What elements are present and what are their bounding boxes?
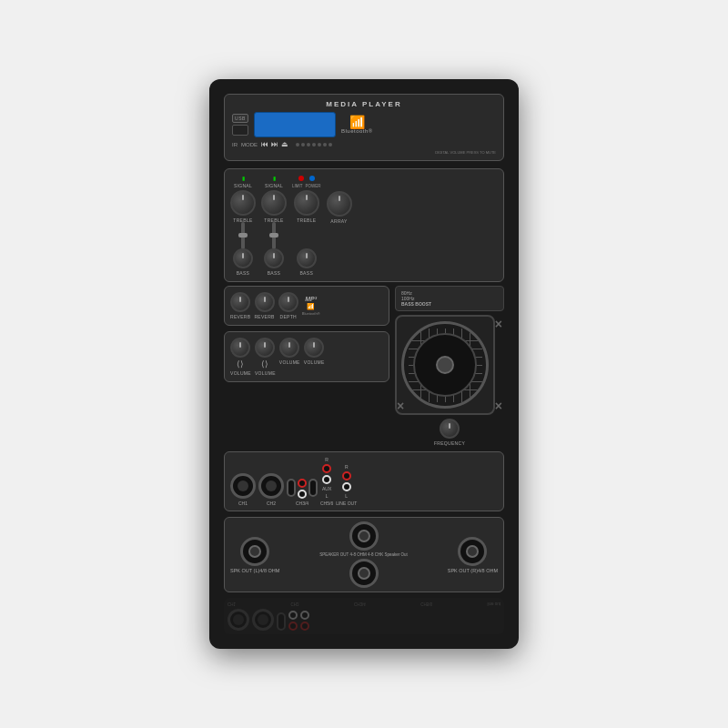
ch34-trs-1[interactable] — [287, 479, 296, 497]
prev-btn[interactable]: ⏮ — [261, 140, 268, 148]
frequency-knob[interactable] — [440, 419, 460, 439]
fan-container — [395, 315, 495, 415]
signal-label-1: SIGNAL — [234, 183, 252, 188]
spk-center-port-1[interactable] — [349, 521, 379, 551]
ch56-port-col: R AUX L CH5/6 — [320, 457, 333, 506]
corner-x-tr: × — [495, 317, 502, 331]
mirror-line: line out — [487, 602, 500, 606]
ch2-port-col: CH2 — [258, 473, 284, 506]
bluetooth-text: Bluetooth® — [341, 128, 373, 134]
l-label-2: L — [345, 493, 348, 499]
fan-assembly: × × — [395, 315, 504, 415]
signal-label-2: SIGNAL — [265, 183, 283, 188]
indicator-dot — [318, 143, 321, 147]
bass-boost-label: BASS BOOST — [401, 301, 498, 307]
array-knob[interactable] — [327, 191, 352, 217]
main-section: REVERB REVERB DEPTH MP³ 📶 Bluetooth® — [224, 286, 504, 446]
vol-col-2: ⟨⟩ VOLUME — [255, 338, 276, 376]
treble-knob-1[interactable] — [230, 190, 256, 216]
depth-knob[interactable] — [278, 292, 298, 312]
digital-volume-label: DIGITAL VOLUME PRESS TO MUTE — [435, 150, 496, 155]
ch2-slider[interactable] — [272, 222, 276, 249]
eject-btn[interactable]: ⏏ — [281, 140, 288, 148]
limit-label: LIMIT — [292, 184, 303, 188]
reverb-knob-2[interactable] — [255, 292, 275, 312]
volume-label-2: VOLUME — [255, 370, 276, 376]
ch1-xlr[interactable] — [230, 473, 256, 499]
volume-knob-3[interactable] — [279, 338, 299, 358]
frequency-col: FREQUENCY — [395, 419, 504, 446]
vol-col-1: ⟨⟩ VOLUME — [230, 338, 251, 376]
spk-left-label: SPK OUT (L)4/8 OHM — [230, 568, 279, 573]
ch34-port-col: CH3/4 — [287, 479, 318, 506]
volume-section: ⟨⟩ VOLUME ⟨⟩ VOLUME VOLUME VOLUME — [224, 331, 389, 382]
bass-knob-3[interactable] — [297, 248, 317, 268]
power-label: POWER — [306, 184, 321, 188]
reverb-label-1: REVERB — [230, 314, 250, 319]
ch2-eq: ▮ SIGNAL TREBLE BASS — [261, 175, 287, 276]
spk-out-section: SPK OUT (L)4/8 OHM SPEAKER OUT 4-8 OHM 4… — [224, 517, 504, 592]
ch1-slider[interactable] — [241, 222, 245, 249]
spk-right-col: SPK OUT (R)4/8 OHM — [448, 537, 498, 573]
aux-label: AUX — [322, 486, 331, 491]
power-led — [309, 176, 315, 181]
line-out-rca-l[interactable] — [342, 482, 351, 491]
fan-inner — [413, 333, 477, 397]
media-player-title: MEDIA PLAYER — [232, 100, 496, 108]
treble-knob-3[interactable] — [294, 190, 319, 216]
bass-knob-1[interactable] — [233, 248, 253, 268]
ch1-eq: ▮ SIGNAL TREBLE BASS — [230, 175, 256, 276]
mirror-ch56: CH5\6 — [420, 602, 432, 606]
fan-grill — [401, 321, 489, 409]
right-fan-section: 80Hz 100Hz BASS BOOST × × — [395, 286, 504, 446]
ch34-rca-r[interactable] — [298, 479, 307, 488]
volume-knob-2[interactable] — [255, 338, 275, 358]
mode-label: MODE — [241, 142, 258, 147]
spk-left-port[interactable] — [240, 537, 269, 566]
reverb-knob-1[interactable] — [230, 292, 250, 312]
reverb-section: REVERB REVERB DEPTH MP³ 📶 Bluetooth® — [224, 286, 389, 326]
usb-slot[interactable]: USB — [232, 114, 248, 123]
ch2-xlr[interactable] — [258, 473, 284, 499]
bass-knob-2[interactable] — [264, 248, 284, 268]
spk-center-port-2[interactable] — [349, 559, 379, 588]
line-out-label: LINE OUT — [336, 500, 357, 506]
line-out-col: R L LINE OUT — [336, 464, 357, 506]
sub-volume-knob[interactable] — [304, 338, 324, 358]
ch2-label: CH2 — [267, 500, 276, 506]
ch34-rca-l[interactable] — [298, 490, 307, 499]
ch34-label: CH3/4 — [296, 500, 308, 506]
ch34-trs-2[interactable] — [308, 479, 318, 497]
bass-label-1: BASS — [237, 270, 250, 276]
left-controls: REVERB REVERB DEPTH MP³ 📶 Bluetooth® — [224, 286, 389, 446]
reverb-label-2: REVERB — [254, 314, 274, 319]
treble-knob-2[interactable] — [261, 190, 287, 216]
ch56-rca-r[interactable] — [322, 464, 331, 473]
fan-center — [436, 356, 454, 374]
ir-label: IR — [232, 142, 238, 147]
spk-left-col: SPK OUT (L)4/8 OHM — [230, 537, 279, 573]
mp3-badge: MP³ — [305, 296, 317, 302]
spk-right-port[interactable] — [458, 537, 487, 566]
ch1-label: CH1 — [238, 500, 248, 506]
indicator-dot — [323, 143, 327, 147]
ch56-rca-l[interactable] — [322, 475, 331, 484]
frequency-label: FREQUENCY — [434, 440, 465, 446]
usb-label: USB — [235, 116, 246, 121]
lcd-display — [254, 112, 336, 137]
volume-knob-1[interactable] — [230, 338, 250, 358]
bluetooth-icon: 📶 — [349, 116, 365, 128]
next-btn[interactable]: ⏭ — [271, 140, 278, 148]
bluetooth-small-icon: 📶 — [307, 303, 315, 310]
bass-label-2: BASS — [268, 270, 281, 276]
ports-section: CH1 CH2 CH3/4 — [224, 451, 504, 511]
r-label-2: R — [345, 464, 349, 470]
mirror-ch2: CH2 — [290, 602, 298, 606]
line-out-rca-r[interactable] — [342, 471, 351, 480]
bass-label-3: BASS — [299, 270, 313, 276]
indicator-dot — [307, 143, 310, 147]
depth-label: DEPTH — [280, 314, 297, 319]
l-label: L — [326, 493, 329, 499]
signal-led-2: ▮ — [273, 175, 276, 181]
vol-col-4: VOLUME — [304, 338, 325, 376]
